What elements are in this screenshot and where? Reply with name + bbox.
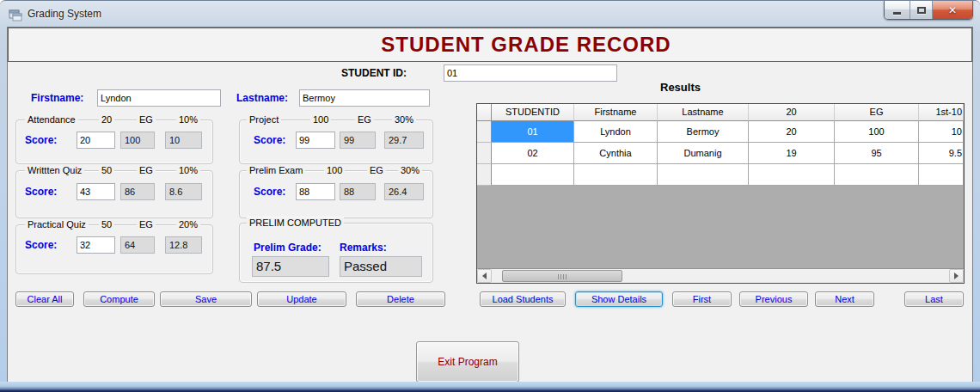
group-caption: PRELIM COMPUTED (247, 217, 344, 228)
table-cell[interactable]: Bermoy (658, 121, 749, 143)
column-header[interactable]: 1st-10 (919, 104, 964, 121)
row-header[interactable] (477, 121, 492, 143)
close-icon: ✕ (948, 5, 957, 15)
group-practical-quiz: Practical Quiz 50 EG 20% Score: 64 12.8 (15, 224, 213, 274)
results-grid[interactable]: STUDENTID Firstname Lastname 20 EG 1st-1… (476, 103, 965, 284)
eg-label: EG (355, 114, 374, 125)
delete-button[interactable]: Delete (356, 291, 445, 307)
form-client-area: STUDENT GRADE RECORD STUDENT ID: Firstna… (7, 27, 973, 383)
results-title: Results (660, 81, 701, 94)
attendance-eg-value: 100 (120, 132, 155, 149)
practical-quiz-score-input[interactable] (77, 236, 115, 254)
table-cell[interactable]: 19 (749, 143, 835, 164)
clear-all-button[interactable]: Clear All (15, 291, 74, 307)
scroll-left-button[interactable] (477, 269, 492, 283)
percent-label: 20% (176, 219, 200, 230)
column-header[interactable]: Firstname (574, 104, 658, 121)
save-button[interactable]: Save (160, 291, 252, 307)
exit-program-button[interactable]: Exit Program (416, 341, 519, 383)
close-button[interactable]: ✕ (933, 1, 972, 19)
prelim-grade-label: Prelim Grade: (254, 242, 322, 254)
firstname-input[interactable] (97, 89, 221, 107)
table-row-empty (477, 164, 964, 186)
previous-button[interactable]: Previous (739, 291, 808, 307)
row-header[interactable] (477, 164, 492, 186)
table-cell[interactable]: Dumanig (658, 143, 749, 164)
table-cell[interactable]: 20 (749, 121, 835, 143)
scroll-grip-icon (558, 274, 567, 279)
grid-header-row: STUDENTID Firstname Lastname 20 EG 1st-1… (477, 104, 964, 121)
maximize-button[interactable] (910, 1, 933, 19)
page-title: STUDENT GRADE RECORD (9, 28, 971, 61)
minimize-button[interactable] (885, 1, 910, 19)
titlebar[interactable]: Grading System ✕ (0, 1, 980, 27)
table-cell[interactable] (492, 164, 574, 186)
eg-label: EG (137, 165, 156, 175)
percent-label: 10% (176, 114, 200, 125)
table-cell[interactable]: 100 (835, 121, 919, 143)
table-cell[interactable] (835, 164, 919, 186)
eg-label: EG (137, 114, 156, 125)
prelim-exam-eg-value: 88 (340, 183, 376, 200)
load-students-button[interactable]: Load Students (480, 291, 566, 307)
table-cell[interactable]: Cynthia (574, 143, 658, 164)
prelim-exam-score-input[interactable] (296, 183, 335, 200)
student-id-input[interactable] (444, 64, 617, 82)
left-arrow-icon (482, 273, 487, 279)
max-score-label: 20 (99, 114, 114, 125)
eg-label: EG (137, 219, 156, 230)
percent-label: 30% (398, 165, 422, 175)
group-prelim-exam: Prelim Exam 100 EG 30% Score: 88 26.4 (239, 170, 433, 218)
written-quiz-score-input[interactable] (77, 183, 115, 200)
compute-button[interactable]: Compute (83, 291, 155, 307)
group-caption: Prelim Exam (247, 165, 305, 175)
scroll-right-button[interactable] (949, 269, 964, 283)
table-row: 01 Lyndon Bermoy 20 100 10 (477, 121, 964, 143)
maximize-icon (917, 7, 926, 14)
table-cell-selected[interactable]: 01 (492, 121, 574, 143)
score-label: Score: (25, 134, 57, 146)
column-header[interactable]: STUDENTID (492, 104, 574, 121)
column-header[interactable]: 20 (749, 104, 835, 121)
lastname-input[interactable] (299, 89, 430, 107)
row-header[interactable] (477, 143, 492, 164)
table-cell[interactable]: 95 (835, 143, 919, 164)
project-score-input[interactable] (296, 132, 335, 149)
group-project: Project 100 EG 30% Score: 99 29.7 (239, 119, 433, 164)
group-written-quiz: Writtten Quiz 50 EG 10% Score: 86 8.6 (15, 170, 213, 218)
score-label: Score: (254, 134, 285, 146)
max-score-label: 50 (99, 219, 114, 230)
student-id-label: STUDENT ID: (341, 67, 407, 79)
scroll-track[interactable] (492, 269, 949, 283)
practical-quiz-weighted-value: 12.8 (165, 236, 202, 254)
update-button[interactable]: Update (257, 291, 346, 307)
grid-background (477, 186, 964, 268)
window-title: Grading System (28, 8, 101, 20)
table-cell[interactable]: Lyndon (574, 121, 658, 143)
next-button[interactable]: Next (815, 291, 874, 307)
app-icon (9, 8, 22, 21)
scroll-thumb[interactable] (502, 270, 622, 282)
written-quiz-weighted-value: 8.6 (165, 183, 202, 200)
group-attendance: Attendance 20 EG 10% Score: 100 10 (15, 119, 213, 164)
horizontal-scrollbar[interactable] (477, 268, 964, 283)
prelim-exam-weighted-value: 26.4 (384, 183, 424, 200)
remarks-label: Remarks: (340, 242, 387, 254)
show-details-button[interactable]: Show Details (575, 291, 663, 307)
firstname-label: Firstname: (31, 92, 83, 104)
column-header[interactable]: Lastname (658, 104, 749, 121)
first-button[interactable]: First (672, 291, 732, 307)
last-button[interactable]: Last (904, 291, 964, 307)
right-arrow-icon (954, 273, 959, 279)
table-cell[interactable]: 9.5 (919, 143, 964, 164)
table-cell[interactable]: 10 (919, 121, 964, 143)
table-cell[interactable] (574, 164, 658, 186)
table-cell[interactable] (919, 164, 964, 186)
attendance-score-input[interactable] (77, 132, 115, 149)
column-header[interactable]: EG (835, 104, 919, 121)
table-cell[interactable] (749, 164, 835, 186)
group-caption: Project (247, 114, 281, 125)
table-cell[interactable]: 02 (492, 143, 574, 164)
table-cell[interactable] (658, 164, 749, 186)
score-label: Score: (25, 186, 57, 198)
